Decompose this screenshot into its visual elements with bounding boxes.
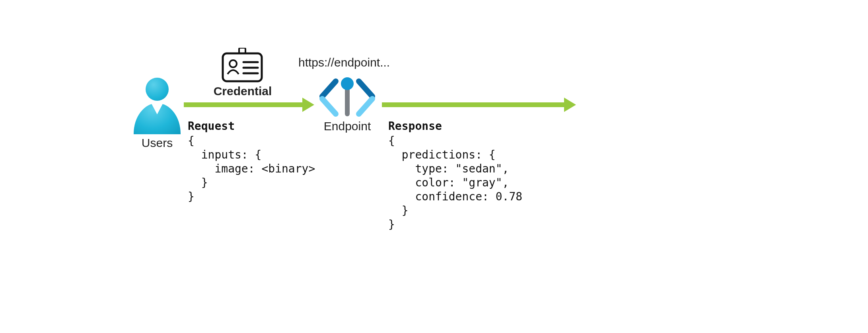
- user-body-shape: [134, 103, 181, 134]
- arrow-request-head: [302, 98, 314, 112]
- arrow-request: [184, 102, 303, 107]
- endpoint-label: Endpoint: [318, 119, 376, 133]
- response-body: { predictions: { type: "sedan", color: "…: [388, 134, 522, 231]
- endpoint-url: https://endpoint...: [298, 56, 390, 69]
- diagram-stage: Users Credential Request { inputs: { ima…: [0, 0, 868, 333]
- user-collar-shape: [151, 102, 163, 114]
- user-head-shape: [146, 78, 169, 101]
- request-body: { inputs: { image: <binary> } }: [188, 134, 315, 204]
- svg-point-2: [230, 60, 237, 67]
- arrow-response: [382, 102, 565, 107]
- response-title: Response: [388, 119, 442, 133]
- credential-label: Credential: [211, 84, 274, 98]
- users-label: Users: [133, 136, 181, 150]
- svg-point-7: [341, 77, 354, 90]
- request-title: Request: [188, 119, 235, 133]
- arrow-response-head: [564, 98, 576, 112]
- user-icon: [133, 78, 181, 134]
- credential-icon: [221, 48, 263, 83]
- endpoint-icon: [318, 76, 374, 124]
